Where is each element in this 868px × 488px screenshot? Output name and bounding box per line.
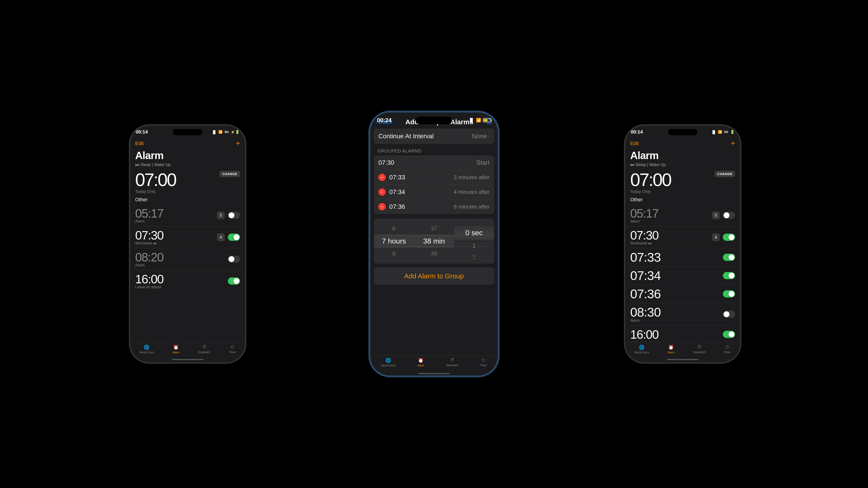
grouped-alarm-row-0[interactable]: − 07:33 3 minutes after: [374, 170, 494, 185]
remove-alarm-1[interactable]: −: [378, 188, 385, 196]
alarm-item-0820[interactable]: 08:20 Alarm: [135, 248, 240, 270]
alarm-item-0730[interactable]: 07:30 Workweek 🛏 4: [135, 226, 240, 248]
time-row-left: 07:00 CHANGE: [135, 171, 240, 189]
alarm-item-r-1600[interactable]: 16:00: [630, 326, 735, 343]
time-row-right: 07:00 CHANGE: [630, 171, 735, 189]
status-time-center: 00:24: [377, 117, 392, 124]
stopwatch-icon-center: ⏱: [450, 358, 455, 363]
toggle-r-0830[interactable]: [723, 311, 735, 318]
timer-label-left: Timer: [229, 351, 236, 354]
remove-alarm-0[interactable]: −: [378, 174, 385, 181]
tab-stopwatch-center[interactable]: ⏱ Stopwatch: [446, 358, 458, 367]
home-indicator-left: [172, 359, 204, 360]
alarm-label-tab-center: Alarm: [417, 364, 424, 367]
continue-interval-row[interactable]: Continue At Interval None ›: [374, 129, 494, 144]
status-time-left: 00:14: [135, 129, 148, 135]
alarm-label-1600: Leave for airport: [135, 285, 163, 289]
alarm-time-r-0517: 05:17: [630, 207, 658, 219]
world-clock-icon-left: 🌐: [144, 345, 149, 350]
tab-alarm-right[interactable]: ⏰ Alarm: [668, 345, 675, 354]
left-screen: 00:14 ▐▌ 📶 5G ⚡🔋 Edit + Alarm 🛏 Sleep | …: [130, 126, 245, 362]
picker-item-h-7: 7 hours: [374, 234, 414, 248]
world-clock-label-right: World Clock: [634, 351, 649, 354]
alarm-right-r-0830: [723, 311, 735, 318]
sleep-icon-left: 🛏: [135, 162, 139, 167]
toggle-r-0736[interactable]: [723, 290, 735, 297]
tab-world-clock-right[interactable]: 🌐 World Clock: [634, 345, 649, 354]
picker-col-minutes: 36 37 38 min 39 40: [414, 219, 454, 264]
remove-alarm-2[interactable]: −: [378, 203, 385, 210]
toggle-r-0734[interactable]: [723, 272, 735, 279]
picker-col-seconds: 0 sec 1 2: [454, 219, 494, 264]
alarm-right-0730: 4: [217, 233, 240, 241]
sleep-text-right: Sleep | Wake Up: [636, 162, 666, 167]
tab-timer-right[interactable]: ⏲ Timer: [724, 345, 731, 354]
time-picker[interactable]: 5 6 7 hours 8 9 36 37 38 min 39 40: [374, 219, 494, 264]
tab-timer-left[interactable]: ⏲ Timer: [229, 345, 236, 354]
toggle-1600[interactable]: [228, 278, 240, 285]
timer-label-center: Timer: [480, 364, 487, 367]
alarm-item-r-0733[interactable]: 07:33: [630, 248, 735, 267]
today-only-left: Today Only: [135, 189, 240, 194]
picker-item-m-39: 39: [414, 248, 454, 260]
tab-alarm-left[interactable]: ⏰ Alarm: [173, 345, 180, 354]
edit-button-left[interactable]: Edit: [135, 140, 144, 147]
grouped-alarm-row-2[interactable]: − 07:36 6 minutes after: [374, 199, 494, 214]
picker-item-s-2: 2: [454, 252, 494, 263]
alarm-right-r-0517: 5: [712, 212, 735, 219]
change-button-right[interactable]: CHANGE: [715, 171, 735, 177]
alarm-left-r-0517: 05:17 Alarm: [630, 207, 658, 223]
wifi-icon-left: 📶: [218, 130, 223, 134]
toggle-r-1600[interactable]: [723, 331, 735, 338]
tab-timer-center[interactable]: ⏲ Timer: [480, 358, 487, 367]
alarm-item-r-0517[interactable]: 05:17 Alarm 5: [630, 204, 735, 226]
toggle-0730[interactable]: [228, 234, 240, 241]
add-alarm-to-group-label: Add Alarm to Group: [404, 272, 464, 280]
add-alarm-button-right[interactable]: +: [731, 139, 735, 148]
picker-item-h-9: 9: [374, 260, 414, 264]
signal-icon-right: ▐▌: [711, 130, 716, 134]
toggle-r-0733[interactable]: [723, 254, 735, 261]
add-alarm-to-group-button[interactable]: Add Alarm to Group: [374, 267, 494, 285]
tab-alarm-center[interactable]: ⏰ Alarm: [417, 358, 424, 367]
toggle-r-0730[interactable]: [723, 234, 735, 241]
badge-0730: 4: [217, 233, 225, 241]
alarm-left-r-0736: 07:36: [630, 288, 661, 300]
alarm-time-0820: 08:20: [135, 251, 163, 263]
alarm-time-r-0733: 07:33: [630, 251, 661, 264]
toggle-knob-r-0830: [723, 311, 730, 317]
alarm-item-r-0736[interactable]: 07:36: [630, 285, 735, 303]
status-icons-right: ▐▌ 📶 5G 🔋: [711, 130, 735, 134]
center-screen: 00:24 ▐▌ 📶 ‹ Back Add Grouped Alarms: [370, 112, 498, 376]
stopwatch-icon-left: ⏱: [202, 345, 207, 350]
toggle-r-0517[interactable]: [723, 212, 735, 219]
toggle-0820[interactable]: [228, 256, 240, 263]
signal-icon-center: ▐▌: [468, 118, 474, 123]
alarm-item-0517[interactable]: 05:17 Alarm 5: [135, 204, 240, 226]
tab-world-clock-center[interactable]: 🌐 World Clock: [381, 358, 396, 367]
section-other-right: Other: [630, 197, 735, 203]
toggle-0517[interactable]: [228, 212, 240, 219]
alarm-label-tab-left: Alarm: [173, 351, 180, 354]
change-button-left[interactable]: CHANGE: [219, 171, 240, 177]
alarm-item-r-0830[interactable]: 08:30 Alarm: [630, 303, 735, 326]
alarm-label-tab-right: Alarm: [668, 351, 675, 354]
picker-item-m-40: 40: [414, 260, 454, 264]
tab-stopwatch-left[interactable]: ⏱ Stopwatch: [198, 345, 211, 354]
alarm-item-r-0730[interactable]: 07:30 Workweek 🛏 4: [630, 226, 735, 248]
grouped-alarm-row-1[interactable]: − 07:34 4 minutes after: [374, 185, 494, 199]
alarm-label-r-0830: Alarm: [630, 319, 661, 323]
edit-button-right[interactable]: Edit: [630, 140, 639, 147]
alarm-left-r-0734: 07:34: [630, 269, 661, 282]
alarm-label-0730: Workweek 🛏: [135, 241, 163, 246]
add-alarm-button-left[interactable]: +: [236, 139, 240, 148]
tab-stopwatch-right[interactable]: ⏱ Stopwatch: [693, 345, 706, 354]
tab-world-clock-left[interactable]: 🌐 World Clock: [140, 345, 154, 354]
picker-item-m-36: 36: [414, 219, 454, 222]
today-only-right: Today Only: [630, 189, 735, 194]
picker-item-m-37: 37: [414, 222, 454, 234]
section-other-left: Other: [135, 197, 240, 203]
alarm-item-r-0734[interactable]: 07:34: [630, 267, 735, 285]
header-row-right: Edit +: [630, 139, 735, 148]
alarm-item-1600[interactable]: 16:00 Leave for airport: [135, 270, 240, 292]
